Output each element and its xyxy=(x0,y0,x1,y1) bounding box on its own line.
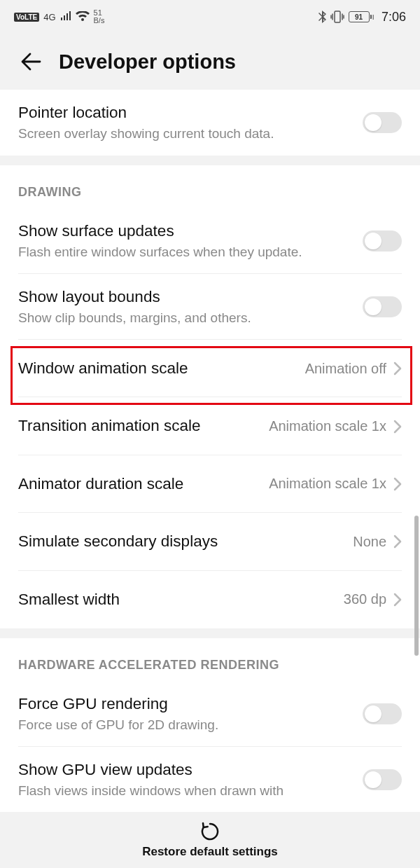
row-value: Animation scale 1x xyxy=(269,418,386,434)
signal-icon xyxy=(60,11,71,22)
bluetooth-icon xyxy=(318,11,326,23)
row-transition-animation-scale[interactable]: Transition animation scale Animation sca… xyxy=(0,397,420,455)
category-hardware-accel: HARDWARE ACCELERATED RENDERING xyxy=(0,638,420,681)
restore-icon xyxy=(200,821,220,842)
row-value: None xyxy=(353,534,386,550)
restore-defaults-button[interactable]: Restore default settings xyxy=(0,812,420,868)
scrollbar-thumb[interactable] xyxy=(414,516,419,656)
back-button[interactable] xyxy=(17,48,45,76)
toggle-switch[interactable] xyxy=(363,230,402,252)
toggle-switch[interactable] xyxy=(363,769,402,790)
settings-list[interactable]: Pointer location Screen overlay showing … xyxy=(0,90,420,812)
category-drawing: DRAWING xyxy=(0,165,420,208)
row-subtitle: Flash entire window surfaces when they u… xyxy=(18,243,354,261)
row-pointer-location[interactable]: Pointer location Screen overlay showing … xyxy=(0,90,420,156)
restore-label: Restore default settings xyxy=(142,845,278,859)
status-bar: VoLTE 4G 51B/s 91 ı 7:06 xyxy=(0,0,420,34)
row-title: Show GPU view updates xyxy=(18,759,354,780)
row-subtitle: Force use of GPU for 2D drawing. xyxy=(18,716,354,734)
row-title: Animator duration scale xyxy=(18,474,260,495)
toggle-switch[interactable] xyxy=(363,112,402,133)
volte-badge: VoLTE xyxy=(14,13,39,22)
network-speed: 51B/s xyxy=(94,9,105,25)
app-bar: Developer options xyxy=(0,34,420,90)
row-title: Simulate secondary displays xyxy=(18,531,344,552)
row-subtitle: Show clip bounds, margins, and others. xyxy=(18,309,354,327)
row-smallest-width[interactable]: Smallest width 360 dp xyxy=(0,571,420,628)
row-title: Show layout bounds xyxy=(18,287,354,308)
chevron-right-icon xyxy=(393,593,402,607)
toggle-switch[interactable] xyxy=(363,703,402,724)
toggle-switch[interactable] xyxy=(363,296,402,317)
chevron-right-icon xyxy=(393,535,402,549)
arrow-left-icon xyxy=(20,51,41,72)
chevron-right-icon xyxy=(393,420,402,434)
row-value: 360 dp xyxy=(344,591,386,607)
row-animator-duration-scale[interactable]: Animator duration scale Animation scale … xyxy=(0,455,420,513)
row-title: Show surface updates xyxy=(18,221,354,242)
row-simulate-secondary-displays[interactable]: Simulate secondary displays None xyxy=(0,513,420,570)
svg-rect-0 xyxy=(335,11,340,22)
row-show-gpu-view-updates[interactable]: Show GPU view updates Flash views inside… xyxy=(0,747,420,812)
vibrate-icon xyxy=(330,11,344,23)
row-subtitle: Flash views inside windows when drawn wi… xyxy=(18,782,354,800)
chevron-right-icon xyxy=(393,361,402,376)
row-show-layout-bounds[interactable]: Show layout bounds Show clip bounds, mar… xyxy=(0,274,420,340)
row-value: Animation scale 1x xyxy=(269,476,386,492)
clock: 7:06 xyxy=(382,10,406,25)
row-show-surface-updates[interactable]: Show surface updates Flash entire window… xyxy=(0,208,420,274)
row-window-animation-scale[interactable]: Window animation scale Animation off xyxy=(0,340,420,397)
wifi-icon xyxy=(76,11,90,22)
network-gen: 4G xyxy=(43,13,55,22)
row-title: Transition animation scale xyxy=(18,415,260,436)
row-title: Window animation scale xyxy=(18,358,297,379)
row-force-gpu-rendering[interactable]: Force GPU rendering Force use of GPU for… xyxy=(0,681,420,747)
battery-icon: 91 ı xyxy=(349,11,374,22)
page-title: Developer options xyxy=(59,50,236,74)
row-title: Pointer location xyxy=(18,102,354,123)
row-title: Force GPU rendering xyxy=(18,694,354,715)
row-title: Smallest width xyxy=(18,589,335,610)
row-subtitle: Screen overlay showing current touch dat… xyxy=(18,125,354,143)
row-value: Animation off xyxy=(305,361,386,377)
chevron-right-icon xyxy=(393,477,402,491)
